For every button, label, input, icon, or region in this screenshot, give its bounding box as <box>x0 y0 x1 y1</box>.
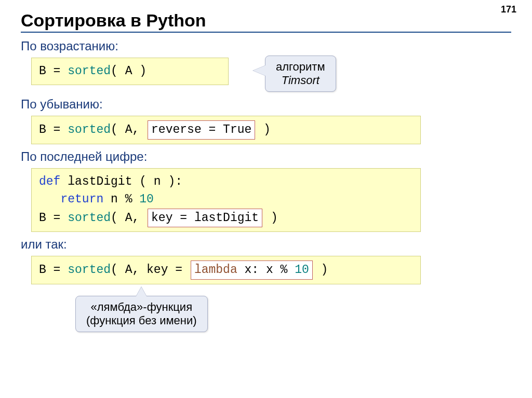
code-descending: B = sorted( A, reverse = True ) <box>31 116 421 144</box>
code-text: ( A, <box>111 211 147 225</box>
title-underline <box>21 32 511 33</box>
highlight-key: key = lastDigit <box>148 209 262 228</box>
callout-line: «лямбда»-функция <box>91 300 193 313</box>
section-ascending: По возрастанию: <box>21 39 511 53</box>
callout-timsort: алгоритм Timsort <box>265 56 336 92</box>
code-keyword: lambda <box>194 263 237 277</box>
section-lastdigit: По последней цифре: <box>21 149 511 164</box>
callout-tail-icon <box>253 65 265 76</box>
callout-line: (функция без имени) <box>86 314 197 327</box>
code-text: ) <box>256 123 271 136</box>
code-text: B = <box>39 64 68 78</box>
code-number: 10 <box>139 193 154 206</box>
code-text: key = lastDigit <box>151 211 259 225</box>
row-ascending: B = sorted( A ) алгоритм Timsort <box>21 58 511 92</box>
section-descending: По убыванию: <box>21 97 511 112</box>
code-text: lastDigit ( n ): <box>60 175 182 188</box>
code-text: ) <box>314 263 328 277</box>
code-text: ( A ) <box>111 64 147 78</box>
code-keyword: return <box>60 193 103 206</box>
code-keyword: sorted <box>68 123 111 136</box>
code-text: B = <box>39 123 68 136</box>
code-text: reverse = True <box>151 123 251 136</box>
highlight-reverse: reverse = True <box>148 120 255 140</box>
page-number: 171 <box>501 4 516 15</box>
page-title: Сортировка в Python <box>21 10 511 31</box>
code-number: 10 <box>295 263 309 277</box>
callout-line: Timsort <box>282 74 320 87</box>
highlight-lambda: lambda x: x % 10 <box>191 260 313 280</box>
code-text: n % <box>103 193 139 206</box>
code-text: x: x % <box>237 263 295 277</box>
code-keyword: sorted <box>68 263 111 277</box>
code-text: B = <box>39 211 68 225</box>
callout-lambda: «лямбда»-функция (функция без имени) <box>75 296 208 332</box>
section-or-so: или так: <box>21 237 511 252</box>
code-keyword: sorted <box>68 211 111 225</box>
code-keyword: sorted <box>68 64 111 78</box>
callout-line: алгоритм <box>276 60 325 73</box>
code-ascending: B = sorted( A ) <box>31 58 229 85</box>
code-text: B = <box>39 263 68 277</box>
code-text: ) <box>263 211 278 225</box>
code-lastdigit: def lastDigit ( n ): return n % 10 B = s… <box>31 168 421 232</box>
code-text: ( A, key = <box>111 263 190 277</box>
callout-tail-icon <box>136 287 147 296</box>
code-text: ( A, <box>111 123 147 136</box>
code-keyword: def <box>39 175 60 188</box>
code-lambda: B = sorted( A, key = lambda x: x % 10 ) <box>31 256 421 284</box>
